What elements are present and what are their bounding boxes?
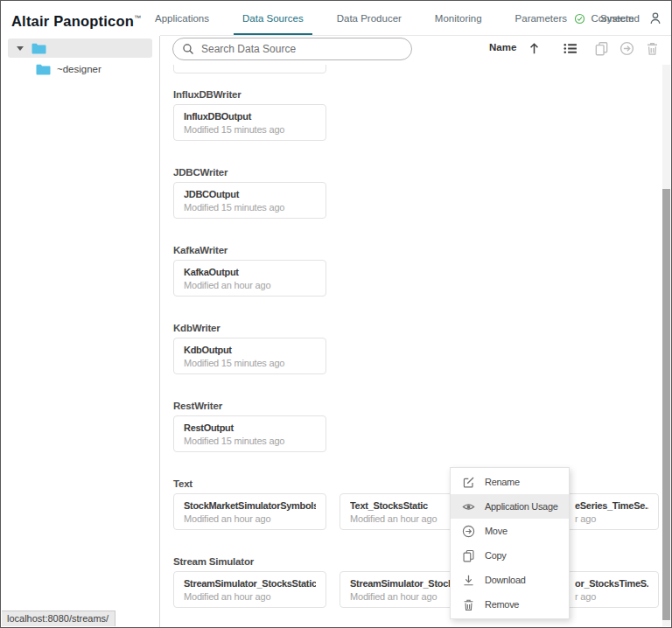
card-title: JDBCOutput bbox=[184, 188, 316, 201]
group-kafkawriter: KafkaWriterKafkaOutputModified an hour a… bbox=[173, 244, 662, 297]
card-modified-label: Modified an hour ago bbox=[184, 279, 316, 291]
card-modified-label: Modified 15 minutes ago bbox=[184, 201, 316, 213]
group-restwriter: RestWriterRestOutputModified 15 minutes … bbox=[173, 400, 662, 452]
caret-down-icon[interactable] bbox=[17, 46, 24, 51]
data-source-card[interactable]: KafkaOutputModified an hour ago bbox=[173, 260, 326, 297]
sort-ascending-icon[interactable] bbox=[527, 41, 542, 56]
copy-icon bbox=[462, 549, 475, 562]
card-title: StockMarketSimulatorSymbols bbox=[184, 499, 316, 513]
data-source-card[interactable]: JDBCOutputModified 15 minutes ago bbox=[173, 182, 326, 219]
search-icon bbox=[182, 43, 194, 55]
toolbar: Name bbox=[161, 36, 671, 65]
group-header: JDBCWriter bbox=[173, 166, 662, 178]
data-source-card[interactable]: InfluxDBOutputModified 15 minutes ago bbox=[173, 104, 326, 141]
search-box[interactable] bbox=[172, 38, 412, 60]
data-source-card[interactable]: StockMarketSimulatorSymbolsModified an h… bbox=[173, 493, 326, 530]
check-circle-icon bbox=[574, 13, 585, 24]
group-header: KafkaWriter bbox=[173, 244, 662, 256]
copy-icon[interactable] bbox=[594, 41, 609, 56]
menu-item-label: Application Usage bbox=[485, 501, 558, 512]
menu-item-rename[interactable]: Rename bbox=[451, 470, 569, 494]
sidebar-root-folder[interactable] bbox=[8, 38, 152, 58]
tab-parameters[interactable]: Parameters bbox=[507, 1, 576, 36]
folder-icon bbox=[32, 43, 46, 54]
status-link-bar: localhost:8080/streams/ bbox=[2, 611, 116, 626]
top-bar: Altair Panopticon™ ApplicationsData Sour… bbox=[1, 1, 671, 36]
card-modified-label: r ago bbox=[575, 590, 648, 603]
card-modified-label: Modified 15 minutes ago bbox=[184, 357, 316, 369]
data-source-card-partial[interactable] bbox=[173, 65, 326, 73]
card-modified-label: Modified 15 minutes ago bbox=[184, 435, 316, 447]
card-title: or_StocksTimeS... bbox=[575, 577, 648, 590]
menu-item-application-usage[interactable]: Application Usage bbox=[451, 494, 569, 519]
card-row: StreamSimulator_StocksStaticModified an … bbox=[173, 571, 662, 608]
tab-data-producer[interactable]: Data Producer bbox=[328, 1, 410, 36]
user-icon[interactable] bbox=[648, 11, 662, 25]
menu-item-copy[interactable]: Copy bbox=[451, 543, 569, 568]
group-header: RestWriter bbox=[173, 400, 662, 412]
card-title: KdbOutput bbox=[184, 344, 316, 357]
eye-icon bbox=[462, 500, 475, 513]
move-icon[interactable] bbox=[620, 41, 634, 56]
group-header: Stream Simulator bbox=[173, 555, 662, 568]
trademark-mark: ™ bbox=[134, 14, 141, 22]
group-header: InfluxDBWriter bbox=[173, 88, 662, 101]
app-window: Altair Panopticon™ ApplicationsData Sour… bbox=[0, 0, 672, 628]
card-modified-label: Modified 15 minutes ago bbox=[184, 123, 316, 136]
group-header: Text bbox=[173, 478, 662, 490]
connection-status-label: Connected bbox=[591, 13, 640, 24]
vertical-scrollbar[interactable] bbox=[662, 65, 670, 626]
edit-icon bbox=[462, 476, 475, 489]
group-text: TextStockMarketSimulatorSymbolsModified … bbox=[173, 478, 662, 530]
card-modified-label: Modified an hour ago bbox=[184, 513, 316, 525]
card-modified-label: r ago bbox=[575, 513, 648, 525]
card-title: RestOutput bbox=[184, 422, 316, 435]
menu-item-download[interactable]: Download bbox=[451, 568, 569, 592]
move-icon bbox=[462, 525, 475, 538]
tab-applications[interactable]: Applications bbox=[146, 1, 218, 36]
group-header: KdbWriter bbox=[173, 322, 662, 334]
list-view-icon[interactable] bbox=[563, 41, 578, 56]
menu-item-remove[interactable]: Remove bbox=[451, 592, 569, 617]
trash-icon[interactable] bbox=[645, 41, 660, 56]
download-icon bbox=[462, 574, 475, 587]
folder-icon bbox=[36, 64, 51, 75]
topbar-divider bbox=[160, 35, 671, 36]
sort-field-label[interactable]: Name bbox=[489, 42, 516, 52]
card-row: KafkaOutputModified an hour ago bbox=[173, 260, 662, 297]
data-source-list: InfluxDBWriterInfluxDBOutputModified 15 … bbox=[161, 65, 662, 626]
card-row: KdbOutputModified 15 minutes ago bbox=[173, 338, 662, 374]
card-title: KafkaOutput bbox=[184, 266, 316, 279]
data-source-card[interactable]: RestOutputModified 15 minutes ago bbox=[173, 415, 326, 452]
search-input[interactable] bbox=[201, 43, 394, 55]
app-logo-text: Altair Panopticon bbox=[11, 13, 134, 29]
sidebar-folder-tree: ~designer bbox=[1, 36, 160, 627]
card-row: RestOutputModified 15 minutes ago bbox=[173, 415, 662, 452]
app-logo: Altair Panopticon™ bbox=[11, 1, 141, 36]
group-kdbwriter: KdbWriterKdbOutputModified 15 minutes ag… bbox=[173, 322, 662, 374]
card-title: InfluxDBOutput bbox=[184, 110, 316, 123]
sidebar-item-label: ~designer bbox=[57, 64, 102, 74]
trash-icon bbox=[462, 598, 475, 611]
connection-status: Connected bbox=[574, 1, 640, 36]
menu-item-label: Download bbox=[485, 575, 526, 585]
tab-data-sources[interactable]: Data Sources bbox=[234, 1, 312, 36]
scrollbar-thumb[interactable] bbox=[662, 189, 670, 620]
menu-item-label: Remove bbox=[485, 599, 519, 610]
context-menu: RenameApplication UsageMoveCopyDownloadR… bbox=[450, 467, 570, 619]
data-source-card[interactable]: StreamSimulator_StocksStaticModified an … bbox=[173, 571, 326, 608]
menu-item-label: Copy bbox=[485, 550, 506, 561]
group-influxdbwriter: InfluxDBWriterInfluxDBOutputModified 15 … bbox=[173, 88, 662, 141]
data-source-card[interactable]: KdbOutputModified 15 minutes ago bbox=[173, 338, 326, 374]
primary-nav: ApplicationsData SourcesData ProducerMon… bbox=[146, 1, 642, 36]
group-jdbcwriter: JDBCWriterJDBCOutputModified 15 minutes … bbox=[173, 166, 662, 219]
group-stream-simulator: Stream SimulatorStreamSimulator_StocksSt… bbox=[173, 555, 662, 608]
menu-item-label: Move bbox=[485, 526, 508, 536]
card-row: StockMarketSimulatorSymbolsModified an h… bbox=[173, 493, 662, 530]
menu-item-label: Rename bbox=[485, 477, 520, 487]
card-row: JDBCOutputModified 15 minutes ago bbox=[173, 182, 662, 219]
card-modified-label: Modified an hour ago bbox=[184, 590, 316, 603]
tab-monitoring[interactable]: Monitoring bbox=[426, 1, 491, 36]
sidebar-item-designer[interactable]: ~designer bbox=[36, 59, 102, 79]
menu-item-move[interactable]: Move bbox=[451, 519, 569, 543]
